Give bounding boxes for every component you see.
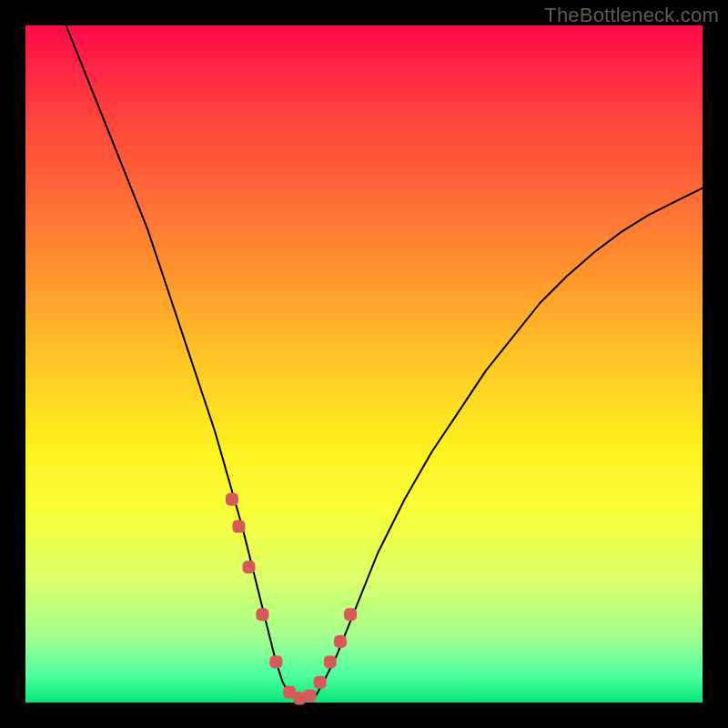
chart-area <box>25 25 703 703</box>
highlight-marker <box>256 608 268 621</box>
highlight-marker <box>304 690 317 703</box>
highlight-marker <box>314 676 327 689</box>
highlight-marker <box>226 493 238 506</box>
watermark-text: TheBottleneck.com <box>544 4 719 27</box>
highlight-marker <box>344 608 357 621</box>
highlight-markers <box>226 493 357 705</box>
bottleneck-curve <box>66 25 703 700</box>
highlight-marker <box>324 655 337 668</box>
highlight-marker <box>232 521 245 533</box>
bottleneck-curve-plot <box>25 25 703 703</box>
highlight-marker <box>334 635 347 648</box>
highlight-marker <box>269 655 282 668</box>
highlight-marker <box>243 561 256 573</box>
